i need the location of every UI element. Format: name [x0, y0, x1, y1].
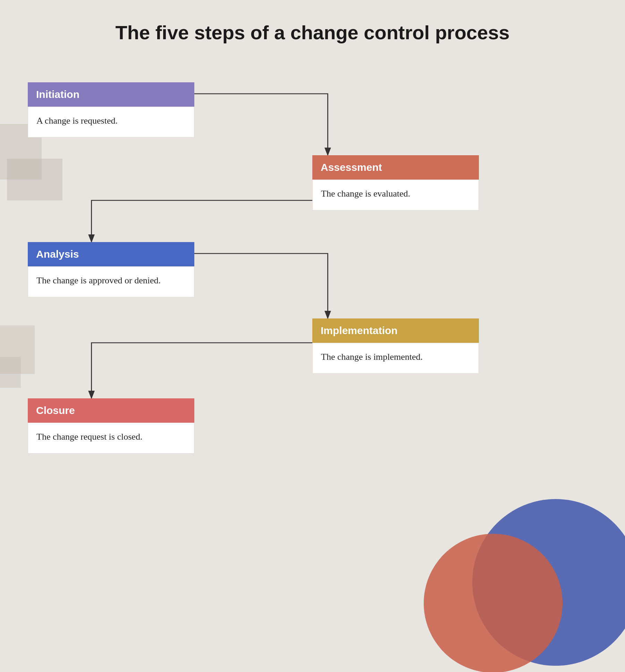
step-assessment-header: Assessment: [312, 155, 479, 180]
step-implementation-label: Implementation: [321, 325, 398, 336]
step-closure-label: Closure: [36, 405, 75, 416]
page-title: The five steps of a change control proce…: [0, 0, 625, 61]
step-implementation: Implementation The change is implemented…: [312, 318, 479, 373]
step-initiation: Initiation A change is requested.: [28, 82, 194, 137]
step-implementation-description: The change is implemented.: [321, 352, 423, 362]
deco-rect-4: [0, 357, 21, 388]
step-implementation-body: The change is implemented.: [312, 343, 479, 373]
step-analysis-body: The change is approved or denied.: [28, 266, 194, 297]
step-closure: Closure The change request is closed.: [28, 398, 194, 453]
step-initiation-label: Initiation: [36, 89, 79, 100]
step-analysis-header: Analysis: [28, 242, 194, 266]
step-analysis: Analysis The change is approved or denie…: [28, 242, 194, 297]
step-assessment-description: The change is evaluated.: [321, 189, 410, 199]
step-initiation-description: A change is requested.: [36, 116, 118, 126]
deco-circle-orange: [424, 534, 563, 672]
step-assessment-body: The change is evaluated.: [312, 180, 479, 210]
deco-rect-2: [7, 159, 62, 200]
step-closure-description: The change request is closed.: [36, 432, 142, 442]
diagram-container: Initiation A change is requested. Assess…: [0, 61, 625, 652]
step-initiation-header: Initiation: [28, 82, 194, 107]
step-closure-body: The change request is closed.: [28, 423, 194, 453]
step-assessment-label: Assessment: [321, 161, 382, 173]
step-closure-header: Closure: [28, 398, 194, 423]
step-initiation-body: A change is requested.: [28, 107, 194, 137]
step-implementation-header: Implementation: [312, 318, 479, 343]
step-analysis-label: Analysis: [36, 248, 79, 260]
step-analysis-description: The change is approved or denied.: [36, 275, 161, 285]
step-assessment: Assessment The change is evaluated.: [312, 155, 479, 210]
